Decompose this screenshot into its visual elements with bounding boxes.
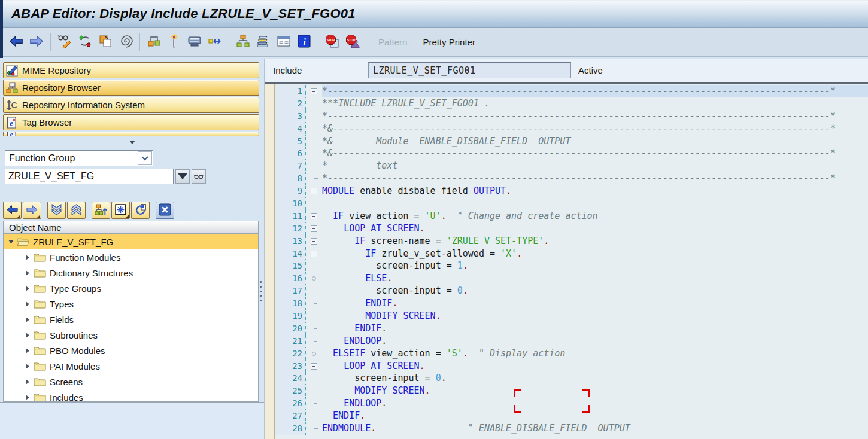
tree-item-screens[interactable]: Screens (4, 374, 258, 389)
expander-open-icon[interactable] (7, 240, 14, 244)
fullscreen-button[interactable] (111, 202, 130, 219)
code-line-16[interactable]: 16 ELSE. (275, 272, 868, 285)
code-line-9[interactable]: 9MODULE enable_disbale_field OUTPUT. (275, 185, 868, 197)
pattern-wand-button[interactable] (165, 33, 183, 51)
code-line-27[interactable]: 27 ENDIF. (275, 410, 868, 422)
code-line-26[interactable]: 26 ENDLOOP. (275, 397, 868, 410)
code-line-10[interactable]: 10 (275, 197, 868, 210)
detail-view-button[interactable] (275, 33, 293, 51)
copy-button[interactable] (96, 33, 114, 51)
tree-item-types[interactable]: Types (4, 296, 258, 312)
expander-closed-icon[interactable] (24, 286, 31, 291)
include-name-field[interactable]: LZRULE_V_SET_FGO01 (368, 62, 571, 78)
tree-item-type-groups[interactable]: Type Groups (4, 281, 258, 296)
object-name-input[interactable] (5, 169, 174, 184)
object-type-select[interactable]: Function Group (5, 150, 153, 166)
browser-button-tag-browser[interactable]: eTag Browser (3, 114, 259, 130)
line-number: 13 (275, 235, 306, 248)
code-line-22[interactable]: 22 ELSEIF view_action = 'S'. " Display a… (275, 347, 868, 360)
object-list-button[interactable] (145, 33, 163, 51)
sort-hierarchy-button[interactable] (92, 202, 110, 219)
code-line-3[interactable]: 3*--------------------------------------… (275, 110, 868, 123)
fold-toggle-icon[interactable] (306, 360, 322, 373)
browser-button-repository-information-system[interactable]: Repository Information System (3, 97, 259, 113)
stack-button[interactable] (254, 33, 272, 51)
expander-closed-icon[interactable] (24, 379, 31, 385)
where-used-button[interactable] (117, 33, 135, 51)
tree-refresh-button[interactable] (131, 202, 150, 219)
breakpoint-button[interactable]: STOP (323, 33, 341, 51)
code-editor[interactable]: 1*--------------------------------------… (265, 84, 868, 439)
back-button[interactable] (7, 33, 25, 51)
session-breakpoint-button[interactable]: STOP (344, 33, 362, 51)
expander-closed-icon[interactable] (24, 364, 31, 369)
code-line-5[interactable]: 5*& Module ENABLE_DISBALE_FIELD OUTPUT (275, 135, 868, 148)
fold-toggle-icon[interactable] (306, 248, 322, 260)
tree-header-label: Object Name (9, 222, 62, 233)
tree-item-pai-modules[interactable]: PAI Modules (4, 358, 258, 374)
display-change-button[interactable] (56, 33, 74, 51)
code-line-17[interactable]: 17 screen-input = 0. (275, 285, 868, 297)
code-line-7[interactable]: 7* text (275, 160, 868, 172)
tree-item-pbo-modules[interactable]: PBO Modules (4, 343, 258, 358)
code-line-14[interactable]: 14 IF zrule_v_set-allowed = 'X'. (275, 248, 868, 260)
code-line-25[interactable]: 25 MODIFY SCREEN. (275, 385, 868, 397)
panel-collapse-handle[interactable] (0, 136, 265, 145)
expander-closed-icon[interactable] (24, 348, 31, 353)
tree-root-zrule_v_set_fg[interactable]: ZRULE_V_SET_FG (4, 234, 258, 249)
fold-toggle-icon[interactable] (306, 210, 322, 222)
browser-button-clipped[interactable]: e (3, 132, 259, 136)
code-line-4[interactable]: 4*&-------------------------------------… (275, 123, 868, 135)
fold-toggle-icon[interactable] (306, 85, 322, 97)
fold-toggle-icon[interactable] (306, 185, 322, 197)
code-text: MODULE enable_disbale_field OUTPUT. (322, 185, 868, 197)
expander-closed-icon[interactable] (24, 255, 31, 260)
tree-forward-button[interactable] (23, 202, 41, 219)
dropdown-button[interactable] (175, 169, 190, 184)
browser-button-repository-browser[interactable]: Repository Browser (3, 80, 259, 96)
code-line-8[interactable]: 8*--------------------------------------… (275, 172, 868, 185)
collapse-all-button[interactable] (67, 202, 86, 219)
expander-closed-icon[interactable] (24, 301, 31, 307)
pretty-printer-button[interactable]: Pretty Printer (423, 37, 475, 47)
code-line-23[interactable]: 23 LOOP AT SCREEN. (275, 360, 868, 373)
code-line-20[interactable]: 20 ENDIF. (275, 322, 868, 335)
expander-closed-icon[interactable] (24, 395, 31, 400)
code-line-24[interactable]: 24 screen-input = 0. (275, 372, 868, 385)
tree-item-label: Screens (50, 377, 83, 387)
expand-all-button[interactable] (47, 202, 66, 219)
fold-toggle-icon[interactable] (306, 222, 322, 235)
hierarchy-button[interactable] (234, 33, 252, 51)
tree-item-fields[interactable]: Fields (4, 312, 258, 327)
code-line-18[interactable]: 18 ENDIF. (275, 297, 868, 310)
code-line-19[interactable]: 19 MODIFY SCREEN. (275, 310, 868, 322)
code-line-12[interactable]: 12 LOOP AT SCREEN. (275, 222, 868, 235)
fold-toggle-icon[interactable] (306, 235, 322, 248)
code-line-6[interactable]: 6*&-------------------------------------… (275, 147, 868, 160)
navigate-button[interactable] (206, 33, 224, 51)
expander-closed-icon[interactable] (24, 333, 31, 338)
code-line-21[interactable]: 21 ENDLOOP. (275, 335, 868, 347)
tree-item-subroutines[interactable]: Subroutines (4, 327, 258, 343)
tree-item-function-modules[interactable]: Function Modules (4, 249, 258, 265)
code-line-13[interactable]: 13 IF screen-name = 'ZRULE_V_SET-TYPE'. (275, 235, 868, 248)
browser-button-mime-repository[interactable]: MIME Repository (3, 62, 259, 78)
refresh-button[interactable] (76, 33, 94, 51)
code-line-15[interactable]: 15 screen-input = 1. (275, 260, 868, 272)
tree-item-includes[interactable]: Includes (4, 389, 258, 402)
expander-closed-icon[interactable] (24, 270, 31, 276)
display-object-button[interactable] (192, 169, 206, 184)
tree-back-button[interactable] (3, 202, 22, 219)
runtime-analysis-button[interactable] (186, 33, 204, 51)
info-button[interactable]: i (295, 33, 313, 51)
code-line-2[interactable]: 2***INCLUDE LZRULE_V_SET_FGO01 . (275, 97, 868, 110)
code-line-11[interactable]: 11 IF view_action = 'U'. " Change and cr… (275, 210, 868, 222)
forward-button[interactable] (28, 33, 45, 51)
code-line-28[interactable]: 28ENDMODULE. " ENABLE_DISBALE_FIELD OUTP… (275, 422, 868, 435)
code-line-1[interactable]: 1*--------------------------------------… (275, 85, 868, 97)
folder-open-icon (17, 237, 30, 247)
splitter-handle[interactable] (260, 281, 263, 301)
close-button[interactable] (156, 202, 174, 219)
tree-item-dictionary-structures[interactable]: Dictionary Structures (4, 265, 258, 281)
expander-closed-icon[interactable] (24, 317, 31, 322)
